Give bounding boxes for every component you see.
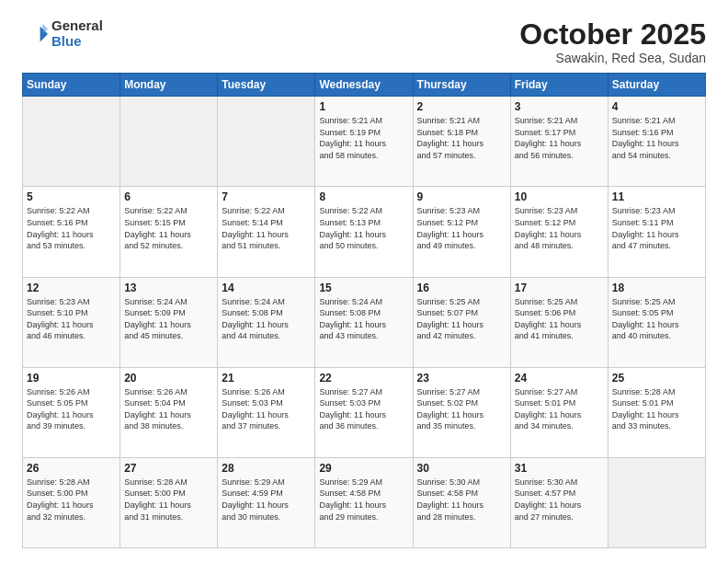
- table-row: 12Sunrise: 5:23 AM Sunset: 5:10 PM Dayli…: [23, 277, 120, 367]
- day-info: Sunrise: 5:22 AM Sunset: 5:16 PM Dayligh…: [27, 205, 116, 251]
- table-row: 26Sunrise: 5:28 AM Sunset: 5:00 PM Dayli…: [23, 457, 120, 547]
- table-row: [120, 97, 218, 187]
- day-number: 9: [417, 190, 506, 203]
- week-row-3: 12Sunrise: 5:23 AM Sunset: 5:10 PM Dayli…: [23, 277, 706, 367]
- day-number: 24: [515, 372, 604, 385]
- calendar-header: Sunday Monday Tuesday Wednesday Thursday…: [23, 74, 706, 97]
- calendar-body: 1Sunrise: 5:21 AM Sunset: 5:19 PM Daylig…: [23, 97, 706, 548]
- day-number: 23: [417, 372, 506, 385]
- day-number: 27: [124, 462, 213, 475]
- table-row: 14Sunrise: 5:24 AM Sunset: 5:08 PM Dayli…: [218, 277, 315, 367]
- day-info: Sunrise: 5:23 AM Sunset: 5:12 PM Dayligh…: [515, 205, 604, 251]
- day-number: 17: [515, 282, 604, 294]
- day-number: 4: [612, 100, 701, 113]
- day-info: Sunrise: 5:22 AM Sunset: 5:13 PM Dayligh…: [319, 205, 408, 251]
- calendar-subtitle: Sawakin, Red Sea, Sudan: [519, 51, 706, 65]
- day-number: 13: [124, 282, 213, 294]
- week-row-2: 5Sunrise: 5:22 AM Sunset: 5:16 PM Daylig…: [23, 187, 706, 277]
- day-info: Sunrise: 5:30 AM Sunset: 4:57 PM Dayligh…: [515, 477, 604, 523]
- day-info: Sunrise: 5:28 AM Sunset: 5:00 PM Dayligh…: [27, 477, 116, 523]
- day-info: Sunrise: 5:24 AM Sunset: 5:09 PM Dayligh…: [124, 296, 213, 342]
- day-number: 30: [417, 462, 506, 475]
- day-info: Sunrise: 5:29 AM Sunset: 4:59 PM Dayligh…: [222, 477, 311, 523]
- day-info: Sunrise: 5:30 AM Sunset: 4:58 PM Dayligh…: [417, 477, 506, 523]
- table-row: 5Sunrise: 5:22 AM Sunset: 5:16 PM Daylig…: [23, 187, 120, 277]
- calendar-title: October 2025: [519, 18, 706, 51]
- week-row-4: 19Sunrise: 5:26 AM Sunset: 5:05 PM Dayli…: [23, 367, 706, 457]
- day-info: Sunrise: 5:21 AM Sunset: 5:16 PM Dayligh…: [612, 115, 701, 161]
- table-row: [218, 97, 315, 187]
- week-row-5: 26Sunrise: 5:28 AM Sunset: 5:00 PM Dayli…: [23, 457, 706, 547]
- day-number: 7: [222, 190, 311, 203]
- table-row: 4Sunrise: 5:21 AM Sunset: 5:16 PM Daylig…: [608, 97, 705, 187]
- day-number: 11: [612, 190, 701, 203]
- table-row: 18Sunrise: 5:25 AM Sunset: 5:05 PM Dayli…: [608, 277, 705, 367]
- day-number: 12: [27, 282, 116, 294]
- day-number: 16: [417, 282, 506, 294]
- logo-text: General Blue: [51, 18, 103, 49]
- table-row: 3Sunrise: 5:21 AM Sunset: 5:17 PM Daylig…: [510, 97, 608, 187]
- table-row: 9Sunrise: 5:23 AM Sunset: 5:12 PM Daylig…: [413, 187, 510, 277]
- table-row: 27Sunrise: 5:28 AM Sunset: 5:00 PM Dayli…: [120, 457, 218, 547]
- col-saturday: Saturday: [608, 74, 705, 97]
- day-info: Sunrise: 5:22 AM Sunset: 5:15 PM Dayligh…: [124, 205, 213, 251]
- table-row: 2Sunrise: 5:21 AM Sunset: 5:18 PM Daylig…: [413, 97, 510, 187]
- day-number: 19: [27, 372, 116, 385]
- table-row: 22Sunrise: 5:27 AM Sunset: 5:03 PM Dayli…: [315, 367, 413, 457]
- day-info: Sunrise: 5:26 AM Sunset: 5:05 PM Dayligh…: [27, 386, 116, 432]
- day-info: Sunrise: 5:23 AM Sunset: 5:12 PM Dayligh…: [417, 205, 506, 251]
- day-number: 25: [612, 372, 701, 385]
- logo-icon: [22, 21, 48, 47]
- day-number: 22: [319, 372, 408, 385]
- table-row: 30Sunrise: 5:30 AM Sunset: 4:58 PM Dayli…: [413, 457, 510, 547]
- day-info: Sunrise: 5:28 AM Sunset: 5:00 PM Dayligh…: [124, 477, 213, 523]
- day-info: Sunrise: 5:22 AM Sunset: 5:14 PM Dayligh…: [222, 205, 311, 251]
- day-number: 15: [319, 282, 408, 294]
- col-tuesday: Tuesday: [218, 74, 315, 97]
- day-number: 18: [612, 282, 701, 294]
- day-info: Sunrise: 5:26 AM Sunset: 5:03 PM Dayligh…: [222, 386, 311, 432]
- day-info: Sunrise: 5:27 AM Sunset: 5:02 PM Dayligh…: [417, 386, 506, 432]
- table-row: [608, 457, 705, 547]
- table-row: 23Sunrise: 5:27 AM Sunset: 5:02 PM Dayli…: [413, 367, 510, 457]
- day-number: 14: [222, 282, 311, 294]
- day-info: Sunrise: 5:29 AM Sunset: 4:58 PM Dayligh…: [319, 477, 408, 523]
- day-info: Sunrise: 5:27 AM Sunset: 5:01 PM Dayligh…: [515, 386, 604, 432]
- day-info: Sunrise: 5:21 AM Sunset: 5:17 PM Dayligh…: [515, 115, 604, 161]
- table-row: 25Sunrise: 5:28 AM Sunset: 5:01 PM Dayli…: [608, 367, 705, 457]
- day-info: Sunrise: 5:25 AM Sunset: 5:05 PM Dayligh…: [612, 296, 701, 342]
- logo: General Blue: [22, 18, 103, 49]
- table-row: 1Sunrise: 5:21 AM Sunset: 5:19 PM Daylig…: [315, 97, 413, 187]
- day-number: 21: [222, 372, 311, 385]
- header: General Blue October 2025 Sawakin, Red S…: [22, 18, 706, 65]
- table-row: 24Sunrise: 5:27 AM Sunset: 5:01 PM Dayli…: [510, 367, 608, 457]
- day-info: Sunrise: 5:23 AM Sunset: 5:10 PM Dayligh…: [27, 296, 116, 342]
- table-row: 10Sunrise: 5:23 AM Sunset: 5:12 PM Dayli…: [510, 187, 608, 277]
- table-row: 15Sunrise: 5:24 AM Sunset: 5:08 PM Dayli…: [315, 277, 413, 367]
- page: General Blue October 2025 Sawakin, Red S…: [0, 0, 728, 563]
- table-row: 19Sunrise: 5:26 AM Sunset: 5:05 PM Dayli…: [23, 367, 120, 457]
- table-row: 20Sunrise: 5:26 AM Sunset: 5:04 PM Dayli…: [120, 367, 218, 457]
- day-number: 5: [27, 190, 116, 203]
- col-friday: Friday: [510, 74, 608, 97]
- logo-general-text: General: [51, 18, 103, 34]
- day-number: 6: [124, 190, 213, 203]
- col-sunday: Sunday: [23, 74, 120, 97]
- day-number: 28: [222, 462, 311, 475]
- table-row: 6Sunrise: 5:22 AM Sunset: 5:15 PM Daylig…: [120, 187, 218, 277]
- table-row: 31Sunrise: 5:30 AM Sunset: 4:57 PM Dayli…: [510, 457, 608, 547]
- col-thursday: Thursday: [413, 74, 510, 97]
- calendar-table: Sunday Monday Tuesday Wednesday Thursday…: [22, 73, 706, 548]
- col-monday: Monday: [120, 74, 218, 97]
- table-row: 17Sunrise: 5:25 AM Sunset: 5:06 PM Dayli…: [510, 277, 608, 367]
- table-row: 8Sunrise: 5:22 AM Sunset: 5:13 PM Daylig…: [315, 187, 413, 277]
- day-info: Sunrise: 5:24 AM Sunset: 5:08 PM Dayligh…: [319, 296, 408, 342]
- logo-blue-text: Blue: [51, 34, 103, 50]
- table-row: 11Sunrise: 5:23 AM Sunset: 5:11 PM Dayli…: [608, 187, 705, 277]
- day-number: 29: [319, 462, 408, 475]
- day-info: Sunrise: 5:24 AM Sunset: 5:08 PM Dayligh…: [222, 296, 311, 342]
- day-info: Sunrise: 5:23 AM Sunset: 5:11 PM Dayligh…: [612, 205, 701, 251]
- table-row: 13Sunrise: 5:24 AM Sunset: 5:09 PM Dayli…: [120, 277, 218, 367]
- title-block: October 2025 Sawakin, Red Sea, Sudan: [519, 18, 706, 65]
- day-info: Sunrise: 5:25 AM Sunset: 5:06 PM Dayligh…: [515, 296, 604, 342]
